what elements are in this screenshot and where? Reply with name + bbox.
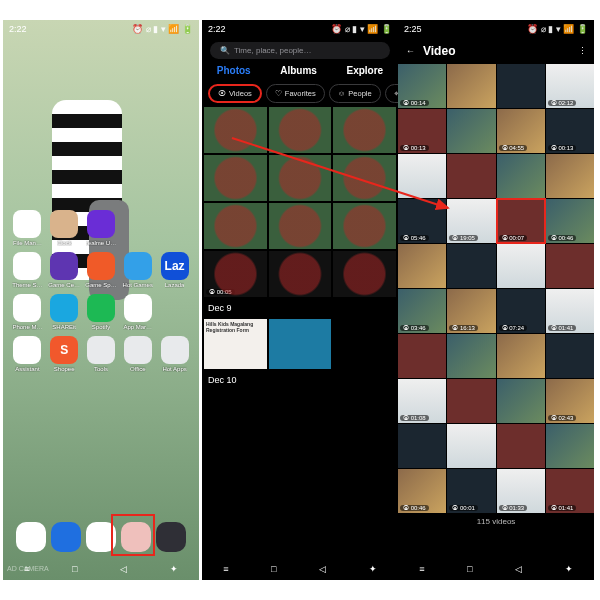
chip-location[interactable]: ⌖ Locat: [385, 84, 398, 103]
app-game-sp-[interactable]: Game Sp…: [85, 252, 118, 288]
app-assistant[interactable]: Assistant: [11, 336, 44, 372]
nav-bar[interactable]: ≡ □ ◁ ✦: [202, 564, 398, 574]
app-hot-games[interactable]: Hot Games: [121, 252, 154, 288]
empty-cell: [333, 319, 396, 369]
video-thumb[interactable]: ⦿ 16:13: [447, 289, 495, 333]
video-thumb[interactable]: [447, 379, 495, 423]
search-field[interactable]: 🔍 Time, place, people…: [210, 42, 390, 59]
photo-thumb[interactable]: [333, 107, 396, 153]
app-realme-u-[interactable]: realme U…: [85, 210, 118, 246]
video-thumb[interactable]: [546, 334, 594, 378]
chip-favorites[interactable]: ♡ Favorites: [266, 84, 325, 103]
video-thumb[interactable]: ⦿ 19:05: [447, 199, 495, 243]
recents-icon[interactable]: ≡: [419, 564, 424, 574]
app-lazada[interactable]: LazLazada: [158, 252, 191, 288]
video-thumb[interactable]: [546, 244, 594, 288]
video-thumb[interactable]: ⦿ 01:33: [497, 469, 545, 513]
back-icon[interactable]: ←: [406, 46, 415, 56]
dock-app-0[interactable]: [16, 522, 46, 552]
tab-photos[interactable]: Photos: [217, 65, 251, 76]
tab-albums[interactable]: Albums: [280, 65, 317, 76]
date-header: Dec 9: [202, 299, 398, 317]
video-thumb[interactable]: ⦿ 02:12: [546, 64, 594, 108]
app-game-ce-[interactable]: Game Ce…: [48, 252, 81, 288]
dock-app-4[interactable]: [156, 522, 186, 552]
app-shareit[interactable]: SHAREit: [48, 294, 81, 330]
video-thumb[interactable]: ⦿ 01:41: [546, 289, 594, 333]
video-thumb[interactable]: [447, 244, 495, 288]
video-thumb[interactable]: [447, 424, 495, 468]
photo-thumb[interactable]: [333, 203, 396, 249]
document-thumb[interactable]: [269, 319, 332, 369]
video-thumb[interactable]: [447, 334, 495, 378]
chip-people[interactable]: ☺ People: [329, 84, 381, 103]
kebab-icon[interactable]: ⋮: [578, 46, 586, 56]
dock-app-1[interactable]: [51, 522, 81, 552]
photo-thumb[interactable]: [204, 203, 267, 249]
video-thumb[interactable]: [447, 64, 495, 108]
video-thumb[interactable]: ⦿ 00:13: [546, 109, 594, 153]
back-icon[interactable]: ◁: [515, 564, 522, 574]
chip-videos[interactable]: ⦿ Videos: [208, 84, 262, 103]
video-thumb[interactable]: [497, 154, 545, 198]
back-icon[interactable]: ◁: [120, 564, 127, 574]
photo-thumb[interactable]: [333, 155, 396, 201]
home-icon[interactable]: □: [271, 564, 276, 574]
app-shopee[interactable]: SShopee: [48, 336, 81, 372]
photo-thumb[interactable]: [269, 251, 332, 297]
home-icon[interactable]: □: [467, 564, 472, 574]
duration-badge: ⦿ 19:05: [449, 235, 478, 241]
accessibility-icon[interactable]: ✦: [565, 564, 573, 574]
video-thumb[interactable]: [398, 424, 446, 468]
home-icon[interactable]: □: [72, 564, 77, 574]
video-thumb[interactable]: ⦿ 01:08: [398, 379, 446, 423]
photo-thumb[interactable]: [269, 203, 332, 249]
video-thumb[interactable]: [447, 109, 495, 153]
video-thumb[interactable]: ⦿ 00:14: [398, 64, 446, 108]
video-thumb[interactable]: [497, 244, 545, 288]
video-thumb[interactable]: ⦿ 01:41: [546, 469, 594, 513]
app-phone-m-[interactable]: Phone M…: [11, 294, 44, 330]
video-thumb[interactable]: [497, 64, 545, 108]
video-thumb[interactable]: ⦿ 07:24: [497, 289, 545, 333]
app-app-mar-[interactable]: App Mar…: [121, 294, 154, 330]
video-thumb[interactable]: [497, 379, 545, 423]
photo-thumb[interactable]: [269, 155, 332, 201]
photo-thumb[interactable]: [269, 107, 332, 153]
app-spotify[interactable]: Spotify: [85, 294, 118, 330]
accessibility-icon[interactable]: ✦: [369, 564, 377, 574]
document-thumb[interactable]: Hills Kids Magalang Registration Form: [204, 319, 267, 369]
video-thumb[interactable]: [497, 424, 545, 468]
video-thumb[interactable]: [447, 154, 495, 198]
back-icon[interactable]: ◁: [319, 564, 326, 574]
recents-icon[interactable]: ≡: [223, 564, 228, 574]
photo-thumb[interactable]: [204, 155, 267, 201]
video-thumb[interactable]: [398, 154, 446, 198]
photo-thumb[interactable]: [333, 251, 396, 297]
video-thumb[interactable]: ⦿ 03:46: [398, 289, 446, 333]
video-thumb[interactable]: ⦿ 05:46: [398, 199, 446, 243]
video-thumb[interactable]: ⦿ 00:13: [398, 109, 446, 153]
video-thumb[interactable]: [398, 334, 446, 378]
video-thumb[interactable]: ⦿ 00:46: [398, 469, 446, 513]
video-thumb[interactable]: [398, 244, 446, 288]
app-office[interactable]: Office: [121, 336, 154, 372]
video-thumb[interactable]: [546, 424, 594, 468]
accessibility-icon[interactable]: ✦: [170, 564, 178, 574]
photo-thumb[interactable]: ⦿ 00:05: [204, 251, 267, 297]
video-thumb[interactable]: ⦿ 00:46: [546, 199, 594, 243]
video-thumb[interactable]: [497, 334, 545, 378]
app-clock[interactable]: Clock: [48, 210, 81, 246]
tab-explore[interactable]: Explore: [347, 65, 384, 76]
app-theme-s-[interactable]: Theme S…: [11, 252, 44, 288]
app-hot-apps[interactable]: Hot Apps: [158, 336, 191, 372]
video-thumb[interactable]: ⦿ 00:07: [497, 199, 545, 243]
app-tools[interactable]: Tools: [85, 336, 118, 372]
video-thumb[interactable]: ⦿ 00:01: [447, 469, 495, 513]
video-thumb[interactable]: ⦿ 02:43: [546, 379, 594, 423]
photo-thumb[interactable]: [204, 107, 267, 153]
nav-bar[interactable]: ≡ □ ◁ ✦: [398, 564, 594, 574]
video-thumb[interactable]: ⦿ 04:55: [497, 109, 545, 153]
video-thumb[interactable]: [546, 154, 594, 198]
app-file-man-[interactable]: File Man…: [11, 210, 44, 246]
